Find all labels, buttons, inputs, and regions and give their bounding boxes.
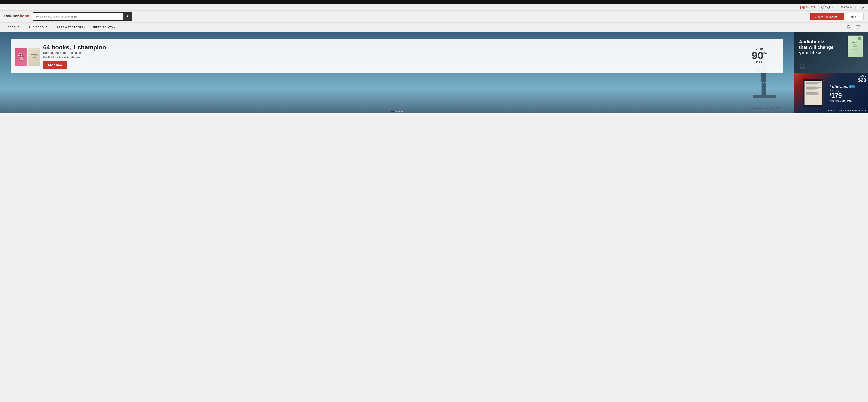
h2o-badge: H2O — [849, 85, 855, 88]
main-content: EMILY RUST a novel CATHY WANG The Home f… — [0, 32, 868, 113]
free-shipping-label: Plus FREE SHIPPING — [830, 99, 865, 102]
help-link[interactable]: Help — [859, 6, 864, 9]
language-selector[interactable]: English ▾ — [821, 6, 835, 9]
svg-rect-15 — [763, 83, 766, 97]
cart-chevron-icon: ▾ — [862, 27, 862, 29]
nav-apps-ereaders[interactable]: APPS & eREADERS ▾ — [53, 23, 89, 32]
logo-rakuten-text: Rakuten — [4, 14, 20, 19]
audiobooks-promo[interactable]: calm thef*ckdown sarah knight Audiobooks… — [794, 32, 868, 73]
audiobooks-promo-text: Audiobooks that will change your life > — [799, 39, 834, 56]
sale-ends-label: SALE ENDS APRIL 5TH — [752, 107, 780, 110]
superpoints-chevron-icon: ▾ — [114, 26, 115, 28]
hero-card: EMILY RUST a novel CATHY WANG The Home f… — [10, 39, 783, 73]
slide-dot-2[interactable] — [396, 111, 397, 112]
ebooks-chevron-icon: ▾ — [21, 26, 22, 28]
sign-in-button[interactable]: Sign in — [846, 13, 864, 20]
lang-chevron-icon: ▾ — [834, 6, 835, 8]
hero-books: EMILY RUST a novel CATHY WANG The Home f… — [15, 48, 40, 66]
promo-audiobook-cover: calm thef*ckdown sarah knight — [848, 35, 863, 57]
hero-card-inner: 64 books, 1 champion Earn 3x the Super P… — [43, 44, 777, 69]
lang-label: English — [825, 6, 833, 9]
hero-title: 64 books, 1 champion — [43, 44, 777, 51]
search-bar — [33, 12, 132, 21]
price-display: $179 — [830, 92, 865, 99]
promo-get-label: Get — [806, 6, 810, 9]
black-bar — [0, 0, 868, 4]
logo-underline — [4, 19, 29, 19]
promo-get15[interactable]: Get $15 — [800, 6, 815, 9]
globe-icon — [821, 6, 824, 9]
search-input[interactable] — [33, 13, 123, 20]
wishlist-button[interactable] — [845, 23, 852, 31]
svg-rect-1 — [800, 6, 801, 9]
heart-icon — [846, 24, 851, 29]
discount-percentage: 90% — [752, 50, 767, 61]
svg-rect-16 — [753, 95, 776, 98]
apps-chevron-icon: ▾ — [84, 26, 85, 28]
logo[interactable]: Rakuten kobo — [4, 14, 29, 19]
search-icon — [125, 14, 129, 18]
kobo-brand-label: kobo aura H2O — [830, 84, 865, 89]
header-actions: Create free account Sign in — [810, 13, 864, 20]
ereader-screen — [805, 81, 822, 105]
ereader-info: kobo aura H2O now only $179 Plus FREE SH… — [830, 73, 868, 113]
nav-super-points[interactable]: SUPER POINTS ▾ — [89, 23, 119, 32]
nav-audiobooks[interactable]: AUDIOBOOKS ▾ — [25, 23, 53, 32]
create-account-button[interactable]: Create free account — [810, 13, 844, 20]
divider-3: | — [855, 5, 856, 9]
slide-dot-4[interactable] — [401, 111, 403, 112]
promo-amount: $15 — [811, 6, 815, 9]
logo-kobo-text: kobo — [20, 14, 29, 19]
headphone-icon: 🎧 — [799, 63, 805, 69]
search-button[interactable] — [123, 13, 131, 20]
slide-indicator — [391, 111, 403, 112]
hero-subtitle: Earn 3x the Super Points on the fight fo… — [43, 51, 777, 60]
audiobooks-chevron-icon: ▾ — [49, 26, 50, 28]
svg-rect-2 — [803, 6, 805, 9]
hero-right-panel: calm thef*ckdown sarah knight Audiobooks… — [794, 32, 868, 113]
ereader-device — [803, 79, 824, 107]
header: Rakuten kobo Create free account Sign in — [0, 10, 868, 23]
book-cover-2: The Home for Unwanted Girls a novel JOAN… — [28, 48, 40, 66]
svg-point-10 — [859, 28, 859, 29]
cart-button[interactable]: ▾ — [854, 23, 864, 31]
divider-1: | — [817, 5, 818, 9]
shop-now-button[interactable]: Shop Now — [43, 61, 67, 69]
hero-section: EMILY RUST a novel CATHY WANG The Home f… — [0, 32, 794, 113]
nav-ebooks[interactable]: eBOOKS ▾ — [4, 23, 25, 32]
slide-dot-3[interactable] — [398, 111, 400, 112]
utility-bar: Get $15 | English ▾ | Gift Cards | Help — [0, 4, 868, 10]
nav-bar: eBOOKS ▾ AUDIOBOOKS ▾ APPS & eREADERS ▾ … — [0, 23, 868, 32]
divider-2: | — [837, 5, 838, 9]
cart-icon — [856, 24, 860, 29]
hero-discount: UP TO 90% OFF — [752, 48, 767, 64]
now-only-label: now only — [830, 89, 865, 92]
gift-cards-link[interactable]: Gift Cards — [841, 6, 852, 9]
ereader-promo[interactable]: SAVE $20 — [794, 73, 868, 113]
nav-icons: ▾ — [845, 23, 864, 31]
svg-point-9 — [857, 28, 858, 29]
book-cover-1: EMILY RUST a novel CATHY WANG — [15, 48, 27, 66]
canada-flag-icon — [800, 6, 805, 9]
svg-line-8 — [127, 17, 128, 18]
slide-dot-1[interactable] — [391, 111, 395, 112]
